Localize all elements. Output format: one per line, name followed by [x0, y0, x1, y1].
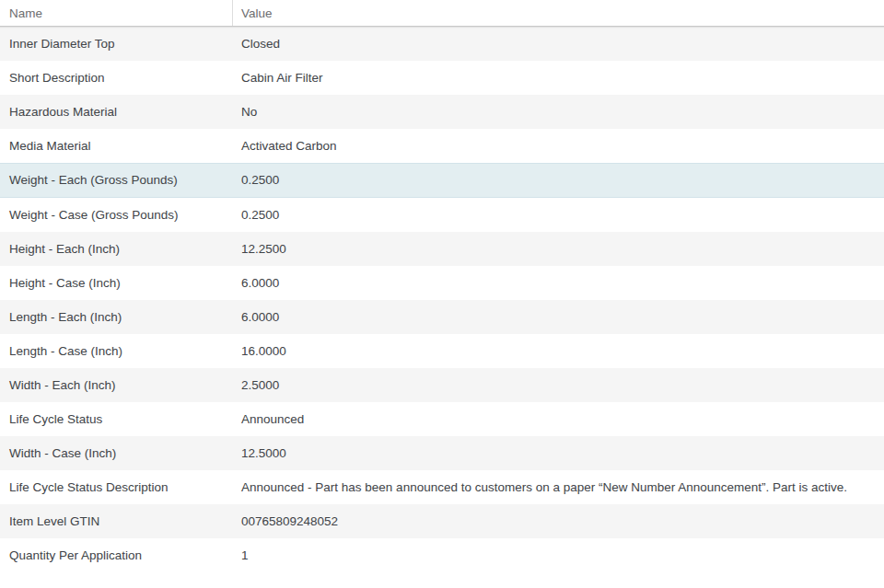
row-value-cell: 12.2500	[233, 233, 884, 266]
table-row[interactable]: Height - Case (Inch) 6.0000	[0, 266, 884, 300]
table-row[interactable]: Inner Diameter Top Closed	[0, 27, 884, 61]
row-value-cell: 0.2500	[233, 199, 884, 232]
table-row[interactable]: Width - Each (Inch) 2.5000	[0, 368, 884, 402]
row-name-cell: Life Cycle Status	[0, 403, 233, 436]
row-name-cell: Item Level GTIN	[0, 505, 233, 538]
table-row[interactable]: Media Material Activated Carbon	[0, 129, 884, 163]
row-name-cell: Quantity Per Application	[0, 539, 233, 572]
row-name-cell: Short Description	[0, 62, 233, 95]
row-value-cell: Announced - Part has been announced to c…	[233, 471, 884, 504]
row-value-cell: 16.0000	[233, 335, 884, 368]
row-name-cell: Inner Diameter Top	[0, 28, 233, 61]
column-header-name[interactable]: Name	[0, 0, 233, 26]
row-name-cell: Width - Each (Inch)	[0, 369, 233, 402]
row-value-cell: 12.5000	[233, 437, 884, 470]
row-name-cell: Length - Case (Inch)	[0, 335, 233, 368]
table-body: Inner Diameter Top Closed Short Descript…	[0, 27, 884, 572]
table-row[interactable]: Quantity Per Application 1	[0, 538, 884, 572]
row-value-cell: 6.0000	[233, 301, 884, 334]
row-value-cell: Closed	[233, 28, 884, 61]
row-value-cell: 6.0000	[233, 267, 884, 300]
table-row[interactable]: Item Level GTIN 00765809248052	[0, 504, 884, 538]
row-value-cell: 00765809248052	[233, 505, 884, 538]
row-name-cell: Width - Case (Inch)	[0, 437, 233, 470]
row-name-cell: Life Cycle Status Description	[0, 471, 233, 504]
row-value-cell: Activated Carbon	[233, 130, 884, 163]
row-value-cell: 1	[233, 539, 884, 572]
row-name-cell: Hazardous Material	[0, 96, 233, 129]
row-name-cell: Length - Each (Inch)	[0, 301, 233, 334]
row-name-cell: Height - Case (Inch)	[0, 267, 233, 300]
column-header-value[interactable]: Value	[233, 0, 884, 26]
attributes-table: Name Value Inner Diameter Top Closed Sho…	[0, 0, 884, 572]
table-row[interactable]: Length - Case (Inch) 16.0000	[0, 334, 884, 368]
row-value-cell: 2.5000	[233, 369, 884, 402]
row-name-cell: Weight - Each (Gross Pounds)	[0, 164, 233, 197]
table-row[interactable]: Life Cycle Status Description Announced …	[0, 470, 884, 504]
row-value-cell: 0.2500	[233, 164, 884, 197]
table-row[interactable]: Weight - Each (Gross Pounds) 0.2500	[0, 163, 884, 198]
row-name-cell: Weight - Case (Gross Pounds)	[0, 199, 233, 232]
table-row[interactable]: Short Description Cabin Air Filter	[0, 61, 884, 95]
table-row[interactable]: Weight - Case (Gross Pounds) 0.2500	[0, 198, 884, 232]
table-header: Name Value	[0, 0, 884, 27]
row-value-cell: No	[233, 96, 884, 129]
row-name-cell: Height - Each (Inch)	[0, 233, 233, 266]
row-value-cell: Announced	[233, 403, 884, 436]
table-row[interactable]: Hazardous Material No	[0, 95, 884, 129]
row-name-cell: Media Material	[0, 130, 233, 163]
table-row[interactable]: Width - Case (Inch) 12.5000	[0, 436, 884, 470]
row-value-cell: Cabin Air Filter	[233, 62, 884, 95]
table-row[interactable]: Length - Each (Inch) 6.0000	[0, 300, 884, 334]
table-row[interactable]: Height - Each (Inch) 12.2500	[0, 232, 884, 266]
table-row[interactable]: Life Cycle Status Announced	[0, 402, 884, 436]
